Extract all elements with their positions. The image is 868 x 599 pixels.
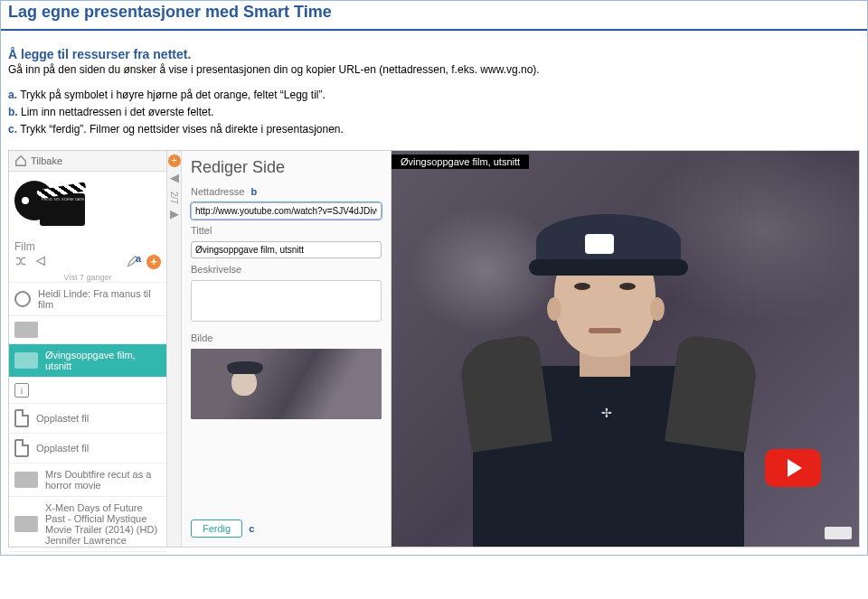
thumb-icon (14, 352, 38, 369)
image-thumbnail[interactable] (191, 349, 382, 419)
sidebar-item-label: Opplastet fil (36, 413, 89, 424)
video-preview[interactable]: Øvingsoppgave film, utsnitt ✢ (392, 151, 859, 547)
marker-c: c (249, 523, 254, 534)
youtube-logo-icon (825, 527, 852, 539)
step-c: c. Trykk “ferdig”. Filmer og nettsider v… (8, 121, 860, 138)
thumb-icon (14, 516, 38, 532)
desc-label: Beskrivelse (191, 264, 382, 275)
title-label: Tittel (191, 225, 382, 236)
gutter-left-icon[interactable]: ◀ (170, 171, 179, 184)
sidebar-item-info[interactable]: i (9, 377, 166, 403)
back-button[interactable]: Tilbake (9, 151, 166, 172)
thumb-icon (14, 472, 38, 488)
film-tile: PROD. NO. SCENE DATE (9, 172, 166, 237)
thumb-icon (14, 322, 38, 338)
app-screenshot: Tilbake PROD. NO. SCENE DATE Film a (8, 150, 860, 548)
gutter-right-icon[interactable]: ▶ (170, 207, 179, 220)
step-b-letter: b. (8, 106, 18, 118)
sidebar-item-label: Mrs Doubtfire recut as a horror movie (45, 469, 161, 491)
url-input[interactable] (191, 202, 382, 220)
play-icon[interactable] (765, 449, 821, 487)
page-gutter: + ◀ 2/7 ▶ (167, 151, 182, 547)
url-label: Nettadresse (191, 186, 244, 197)
done-button[interactable]: Ferdig (191, 519, 242, 538)
sidebar-item-thumb[interactable]: X-Men Days of Future Past - Official Mys… (9, 496, 166, 551)
sidebar-item-label: Heidi Linde: Fra manus til film (38, 288, 161, 310)
step-a: a. Trykk på symbolet i høyre hjørne på d… (8, 87, 860, 104)
back-label: Tilbake (31, 155, 62, 166)
sidebar-item-file[interactable]: Opplastet fil (9, 403, 166, 433)
intro-text: Gå inn på den siden du ønsker å vise i p… (8, 63, 860, 76)
sidebar-item-label: X-Men Days of Future Past - Official Mys… (45, 502, 161, 546)
globe-icon (14, 291, 31, 307)
step-a-letter: a. (8, 89, 17, 101)
sidebar-item-label: Opplastet fil (36, 443, 89, 454)
gutter-add-icon[interactable]: + (168, 154, 181, 167)
gutter-counter: 2/7 (169, 192, 179, 204)
file-icon (14, 409, 29, 427)
share-icon[interactable] (34, 255, 47, 267)
step-b-text: Lim inn nettadressen i det øverste felte… (18, 106, 214, 118)
left-sidebar: Tilbake PROD. NO. SCENE DATE Film a (9, 151, 167, 547)
editor-title: Rediger Side (191, 158, 382, 177)
editor-panel: Rediger Side Nettadresse b Tittel Beskri… (182, 151, 392, 547)
add-button[interactable]: + (146, 255, 161, 269)
desc-input[interactable] (191, 280, 382, 322)
sidebar-item-file[interactable]: Opplastet fil (9, 433, 166, 463)
sidebar-item-globe[interactable]: Heidi Linde: Fra manus til film (9, 282, 166, 315)
title-input[interactable] (191, 241, 382, 258)
marker-b: b (250, 186, 257, 197)
home-icon (14, 154, 27, 167)
step-b: b. Lim inn nettadressen i det øverste fe… (8, 104, 860, 121)
preview-tag: Øvingsoppgave film, utsnitt (392, 154, 529, 169)
marker-a: a (136, 253, 141, 264)
page-title: Lag egne presentasjoner med Smart Time (8, 3, 860, 22)
image-label: Bilde (191, 332, 382, 343)
sidebar-item-thumb[interactable]: Mrs Doubtfire recut as a horror movie (9, 463, 166, 496)
file-icon (14, 439, 29, 457)
preview-person: ✢ (473, 212, 744, 547)
sidebar-item-file[interactable]: Film4_stemningsmusikk 1.doc (9, 551, 166, 556)
step-a-text: Trykk på symbolet i høyre hjørne på det … (17, 89, 326, 101)
step-c-letter: c. (8, 123, 17, 136)
clapper-icon: PROD. NO. SCENE DATE (14, 177, 87, 231)
step-c-text: Trykk “ferdig”. Filmer og nettsider vise… (17, 123, 344, 136)
sidebar-item-thumb[interactable] (9, 315, 166, 343)
sidebar-item-label: Øvingsoppgave film, utsnitt (45, 350, 161, 371)
film-caption: Film (9, 237, 166, 255)
info-icon: i (14, 383, 29, 398)
section-heading: Å legge til ressurser fra nettet. (8, 47, 860, 61)
shuffle-icon[interactable] (14, 255, 27, 267)
sidebar-item-selected[interactable]: Øvingsoppgave film, utsnitt (9, 343, 166, 377)
